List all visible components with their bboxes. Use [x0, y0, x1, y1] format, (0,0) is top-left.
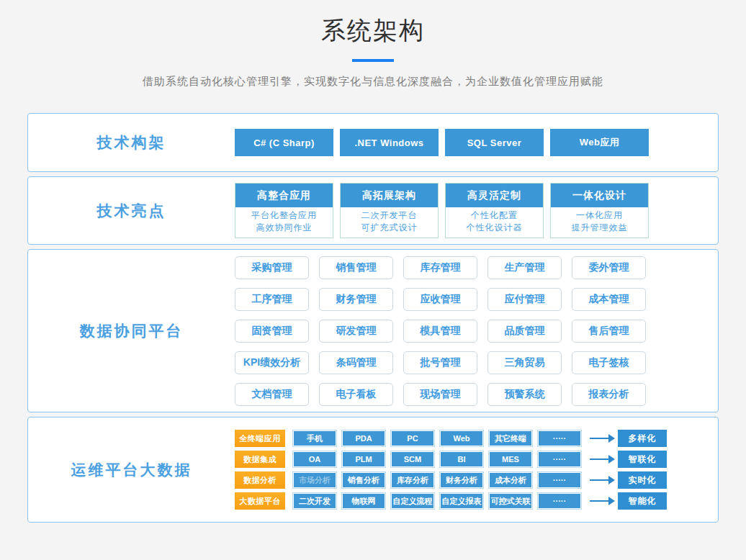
- arrow-head: [608, 497, 615, 505]
- bigdata-result[interactable]: 智联化: [618, 451, 667, 468]
- bigdata-item[interactable]: 成本分析: [489, 472, 532, 488]
- arrow-right-icon: [590, 434, 615, 443]
- module-button[interactable]: 三角贸易: [487, 351, 562, 374]
- arrow-right-icon: [590, 455, 615, 464]
- bigdata-item[interactable]: 其它终端: [489, 430, 532, 446]
- arrow-line: [590, 438, 608, 439]
- bigdata-tag: 大数据平台: [235, 492, 285, 510]
- bigdata-item[interactable]: SCM: [391, 451, 434, 467]
- module-button[interactable]: KPI绩效分析: [235, 351, 309, 374]
- bigdata-item[interactable]: 可控式关联: [489, 493, 532, 509]
- module-button[interactable]: 报表分析: [572, 383, 646, 406]
- bigdata-item[interactable]: Web: [440, 430, 483, 446]
- highlight-card-line: 个性化配置: [446, 209, 543, 222]
- page-header: 系统架构 借助系统自动化核心管理引擎，实现数字化与信息化深度融合，为企业数值化管…: [0, 0, 746, 89]
- highlight-card: 高整合应用平台化整合应用高效协同作业: [235, 183, 333, 238]
- bigdata-item[interactable]: BI: [440, 451, 483, 467]
- tech-buttons: C# (C Sharp).NET WindowsSQL ServerWeb应用: [235, 129, 655, 156]
- highlight-card: 一体化设计一体化应用提升管理效益: [550, 183, 649, 238]
- module-button[interactable]: 批号管理: [403, 351, 477, 374]
- highlight-card-line: 一体化应用: [551, 209, 648, 222]
- module-button[interactable]: 现场管理: [403, 383, 477, 406]
- bigdata-item[interactable]: PLM: [342, 451, 385, 467]
- tech-button[interactable]: SQL Server: [445, 129, 544, 156]
- bigdata-item[interactable]: ·····: [538, 430, 581, 446]
- bigdata-rows: 全终端应用手机PDAPCWeb其它终端·····多样化数据集成OAPLMSCMB…: [235, 430, 667, 510]
- bigdata-result[interactable]: 实时化: [618, 471, 667, 489]
- bigdata-item[interactable]: 二次开发: [293, 493, 336, 509]
- arrow-line: [590, 479, 608, 481]
- tech-button[interactable]: C# (C Sharp): [235, 129, 333, 156]
- module-row: 文档管理电子看板现场管理预警系统报表分析: [235, 383, 646, 406]
- bigdata-tag: 数据分析: [235, 471, 285, 489]
- highlight-card-title: 高拓展架构: [341, 184, 438, 207]
- platform-label: 数据协同平台: [28, 321, 235, 341]
- bigdata-tag: 数据集成: [235, 451, 285, 468]
- bigdata-item[interactable]: 财务分析: [440, 472, 483, 488]
- panel-highlights: 技术亮点 高整合应用平台化整合应用高效协同作业高拓展架构二次开发平台可扩充式设计…: [27, 176, 719, 245]
- highlight-cards: 高整合应用平台化整合应用高效协同作业高拓展架构二次开发平台可扩充式设计高灵活定制…: [235, 183, 655, 238]
- bigdata-row: 数据分析市场分析销售分析库存分析财务分析成本分析·····实时化: [235, 471, 667, 489]
- bigdata-item[interactable]: 手机: [293, 430, 336, 446]
- module-row: 固资管理研发管理模具管理品质管理售后管理: [235, 320, 646, 343]
- bigdata-item[interactable]: OA: [293, 451, 336, 467]
- module-button[interactable]: 模具管理: [403, 320, 477, 343]
- highlight-card-line: 可扩充式设计: [341, 222, 438, 234]
- module-button[interactable]: 库存管理: [403, 256, 477, 279]
- module-button[interactable]: 财务管理: [319, 288, 393, 311]
- bigdata-item[interactable]: ·····: [538, 493, 581, 509]
- page-title: 系统架构: [0, 14, 746, 48]
- module-button[interactable]: 销售管理: [319, 256, 393, 279]
- module-button[interactable]: 成本管理: [572, 288, 646, 311]
- module-button[interactable]: 应付管理: [487, 288, 562, 311]
- module-button[interactable]: 文档管理: [235, 383, 309, 406]
- bigdata-item[interactable]: ·····: [538, 472, 581, 488]
- module-button[interactable]: 品质管理: [487, 320, 562, 343]
- tech-button[interactable]: .NET Windows: [340, 129, 439, 156]
- arrow-right-icon: [590, 476, 615, 484]
- panels-container: 技术构架 C# (C Sharp).NET WindowsSQL ServerW…: [0, 113, 746, 523]
- highlight-card-line: 二次开发平台: [341, 209, 438, 222]
- bigdata-item[interactable]: PDA: [342, 430, 385, 446]
- module-button[interactable]: 电子签核: [572, 351, 646, 374]
- panel-tech-stack: 技术构架 C# (C Sharp).NET WindowsSQL ServerW…: [27, 113, 719, 172]
- module-row: 工序管理财务管理应收管理应付管理成本管理: [235, 288, 646, 311]
- bigdata-item[interactable]: 自定义流程: [391, 493, 434, 509]
- bigdata-row: 全终端应用手机PDAPCWeb其它终端·····多样化: [235, 430, 667, 447]
- highlight-card-title: 一体化设计: [551, 184, 648, 207]
- module-button[interactable]: 电子看板: [319, 383, 393, 406]
- bigdata-item[interactable]: 销售分析: [342, 472, 385, 488]
- bigdata-item[interactable]: 库存分析: [391, 472, 434, 488]
- highlight-card: 高灵活定制个性化配置个性化设计器: [445, 183, 544, 238]
- bigdata-item[interactable]: ·····: [538, 451, 581, 467]
- bigdata-item[interactable]: 物联网: [342, 493, 385, 509]
- bigdata-result[interactable]: 多样化: [618, 430, 667, 447]
- highlight-card-body: 平台化整合应用高效协同作业: [235, 207, 333, 238]
- module-button[interactable]: 工序管理: [235, 288, 309, 311]
- highlight-card-line: 提升管理效益: [551, 222, 648, 234]
- module-button[interactable]: 委外管理: [572, 256, 646, 279]
- highlight-card-body: 二次开发平台可扩充式设计: [341, 207, 438, 238]
- highlight-card-title: 高灵活定制: [446, 184, 543, 207]
- module-button[interactable]: 固资管理: [235, 320, 309, 343]
- highlight-card-line: 平台化整合应用: [235, 209, 333, 222]
- module-button[interactable]: 应收管理: [403, 288, 477, 311]
- module-button[interactable]: 售后管理: [572, 320, 646, 343]
- tech-button[interactable]: Web应用: [550, 129, 649, 156]
- arrow-right-icon: [590, 497, 615, 505]
- bigdata-item[interactable]: 自定义报表: [440, 493, 483, 509]
- tech-stack-label: 技术构架: [28, 132, 235, 153]
- module-button[interactable]: 研发管理: [319, 320, 393, 343]
- module-button[interactable]: 预警系统: [487, 383, 562, 406]
- bigdata-result[interactable]: 智能化: [618, 492, 667, 510]
- bigdata-row: 大数据平台二次开发物联网自定义流程自定义报表可控式关联·····智能化: [235, 492, 667, 510]
- module-button[interactable]: 条码管理: [319, 351, 393, 374]
- module-button[interactable]: 采购管理: [235, 256, 309, 279]
- module-button[interactable]: 生产管理: [487, 256, 562, 279]
- bigdata-item[interactable]: MES: [489, 451, 532, 467]
- bigdata-item[interactable]: 市场分析: [293, 472, 336, 488]
- highlight-card-body: 一体化应用提升管理效益: [551, 207, 648, 238]
- panel-data-platform: 数据协同平台 采购管理销售管理库存管理生产管理委外管理工序管理财务管理应收管理应…: [27, 249, 719, 412]
- arrow-head: [608, 455, 615, 464]
- bigdata-item[interactable]: PC: [391, 430, 434, 446]
